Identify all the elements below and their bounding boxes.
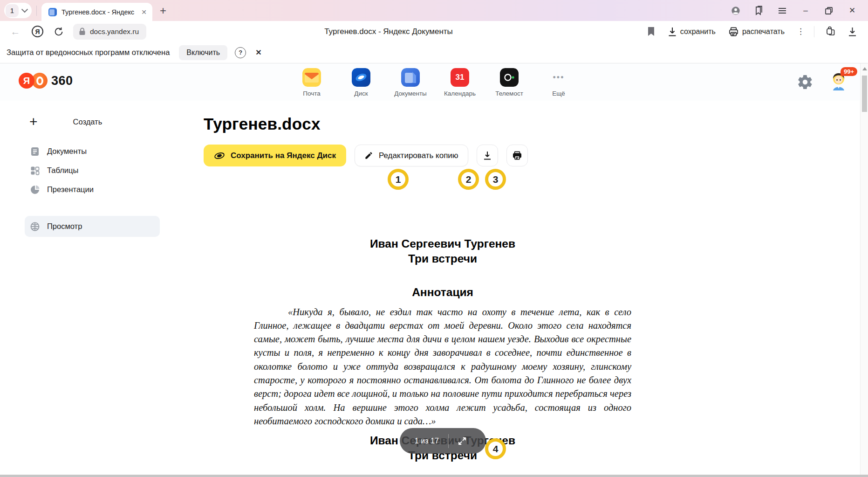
sidebar-item-view[interactable]: Просмотр [25,216,160,237]
notifications-badge: 99+ [841,67,857,76]
divider [448,434,449,448]
help-icon[interactable]: ? [235,47,246,58]
print-page-button[interactable]: распечатать [722,27,791,36]
annotation-marker-2: 2 [458,169,479,190]
menu-icon[interactable] [778,6,787,15]
back-icon[interactable]: ← [9,26,21,37]
annotation-marker-1: 1 [388,169,409,190]
dismiss-warning-icon[interactable]: ✕ [255,48,261,57]
main-content: Тургенев.docx Сохранить на Яндекс Диск Р… [204,101,683,477]
browser-tab[interactable]: Тургенев.docx - Яндекс ✕ [41,3,152,21]
page-indicator-pill[interactable]: 1 из 17 [400,428,486,454]
globe-icon [30,221,40,232]
enable-protection-button[interactable]: Включить [179,45,227,60]
app-calendar[interactable]: 31 Календарь [442,68,478,97]
app-label: Почта [303,90,321,97]
tables-icon [30,166,40,176]
tab-counter[interactable]: 1 [4,3,32,18]
sidebar: + Создать Документы Таблицы Презентации [0,101,186,237]
app-disk[interactable]: Диск [343,68,379,97]
app-label: Телемост [495,90,523,97]
app-switcher: Почта Диск Документы 31 Календарь Телемо… [294,68,577,97]
profile-avatar-icon[interactable] [731,6,740,15]
settings-gear-icon[interactable] [797,74,813,90]
docs-favicon [48,7,57,17]
sidebar-item-label: Таблицы [47,166,78,175]
app-telemost[interactable]: Телемост [491,68,527,97]
app-docs[interactable]: Документы [392,68,429,97]
yandex360-header: Я 360 Почта Диск Документы 31 Кале [0,63,868,101]
downloads-icon[interactable] [842,27,860,36]
collections-bookmark-icon[interactable] [754,6,764,15]
save-page-button[interactable]: сохранить [662,27,722,36]
mail-icon [302,68,321,87]
more-actions-icon[interactable]: ⋮ [791,27,810,36]
plus-icon: + [29,115,38,129]
extensions-icon[interactable] [818,26,842,37]
tab-title: Тургенев.docx - Яндекс [62,8,136,16]
telemost-icon [500,68,519,87]
divider [36,6,37,16]
app-label: Ещё [552,90,565,97]
calendar-day: 31 [456,73,465,82]
user-avatar[interactable]: 99+ [828,71,849,91]
security-warning-bar: Защита от вредоносных программ отключена… [0,42,868,63]
close-window-icon[interactable]: ✕ [847,6,857,15]
tab-close-icon[interactable]: ✕ [140,8,148,16]
document-author-heading: Иван Сергеевич Тургенев [254,236,631,251]
viewer-toolbar: Сохранить на Яндекс Диск Редактировать к… [204,145,683,166]
yandex360-logo-text: 360 [51,74,73,88]
disk-icon [352,68,370,87]
yandex-browser-icon[interactable]: Я [32,26,43,37]
sidebar-item-tables[interactable]: Таблицы [25,161,160,180]
page-indicator-text: 1 из 17 [415,437,439,445]
annotation-heading: Аннотация [254,285,631,300]
bookmark-filled-icon[interactable] [641,27,662,36]
scrollbar-thumb[interactable] [862,76,867,112]
app-label: Календарь [444,90,476,97]
minimize-icon[interactable]: – [801,6,810,15]
yandex360-logo[interactable]: Я 360 [19,73,73,89]
yandex-logo-icon: Я [19,73,34,89]
download-file-button[interactable] [477,145,498,166]
create-button[interactable]: + Создать [29,115,186,129]
sidebar-item-label: Просмотр [47,222,82,231]
browser-tab-bar: 1 Тургенев.docx - Яндекс ✕ + – ✕ [0,0,868,21]
annotation-marker-4: 4 [485,438,506,459]
app-mail[interactable]: Почта [294,68,330,97]
annotation-paragraph: «Никуда я, бывало, не ездил так часто на… [254,305,631,429]
reload-icon[interactable] [54,27,64,37]
restore-window-icon[interactable] [824,6,834,15]
annotation-marker-3: 3 [485,169,506,190]
url-field[interactable]: docs.yandex.ru [73,24,146,40]
sidebar-item-label: Презентации [47,185,94,194]
app-label: Диск [354,90,368,97]
vertical-scrollbar[interactable] [860,63,868,475]
save-to-disk-button[interactable]: Сохранить на Яндекс Диск [204,145,346,166]
page-title-omnibox: Тургенев.docx - Яндекс Документы [291,27,486,36]
sidebar-item-label: Документы [47,147,87,156]
scroll-up-arrow[interactable] [862,67,867,70]
print-page-label: распечатать [742,28,785,36]
lock-icon [79,28,86,35]
create-label: Создать [73,118,103,126]
app-label: Документы [394,90,427,97]
chevron-down-icon [21,6,28,13]
print-file-button[interactable] [506,145,528,166]
more-apps-icon: ••• [549,68,568,87]
document-title-heading: Три встречи [254,251,631,266]
divider [814,26,814,37]
app-more[interactable]: ••• Ещё [540,68,577,97]
url-text: docs.yandex.ru [90,28,139,36]
edit-copy-label: Редактировать копию [379,151,458,160]
edit-copy-button[interactable]: Редактировать копию [355,145,468,166]
calendar-icon: 31 [451,68,469,87]
file-title: Тургенев.docx [204,115,683,133]
fullscreen-expand-icon[interactable] [457,436,467,446]
sidebar-item-documents[interactable]: Документы [25,142,160,161]
new-tab-button[interactable]: + [160,4,166,17]
sidebar-item-presentations[interactable]: Презентации [25,180,160,199]
tab-counter-value: 1 [6,4,19,17]
save-page-label: сохранить [680,28,716,36]
window-bottom-edge [0,475,868,477]
